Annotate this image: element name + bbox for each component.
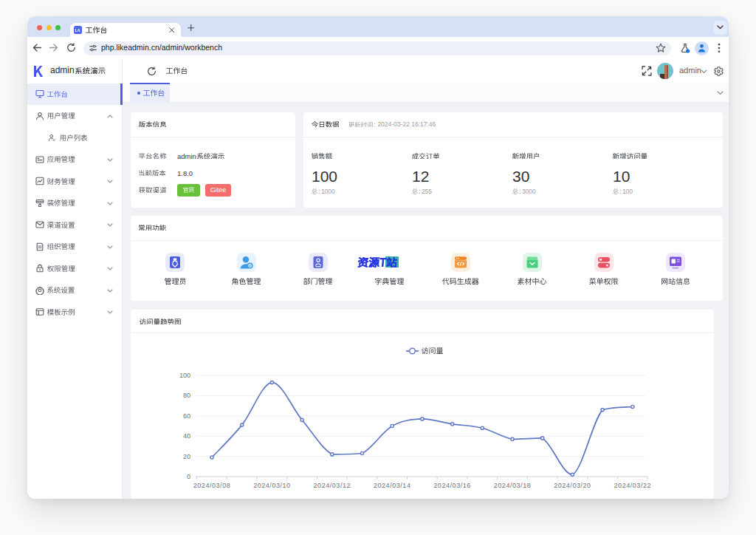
svg-text:2024/03/10: 2024/03/10 [253, 482, 291, 489]
svg-text:40: 40 [183, 432, 190, 440]
svg-text:60: 60 [183, 412, 190, 420]
svg-text:2024/03/12: 2024/03/12 [314, 482, 351, 489]
svg-text:2024/03/08: 2024/03/08 [193, 482, 231, 489]
svg-text:100: 100 [179, 372, 190, 379]
svg-text:0: 0 [187, 473, 190, 480]
svg-text:2024/03/20: 2024/03/20 [554, 482, 591, 489]
svg-text:2024/03/18: 2024/03/18 [494, 482, 532, 489]
svg-text:2024/03/16: 2024/03/16 [433, 482, 471, 489]
svg-text:2024/03/14: 2024/03/14 [374, 482, 411, 489]
svg-text:2024/03/22: 2024/03/22 [614, 482, 652, 489]
svg-text:80: 80 [183, 392, 190, 399]
svg-text:20: 20 [183, 453, 190, 460]
